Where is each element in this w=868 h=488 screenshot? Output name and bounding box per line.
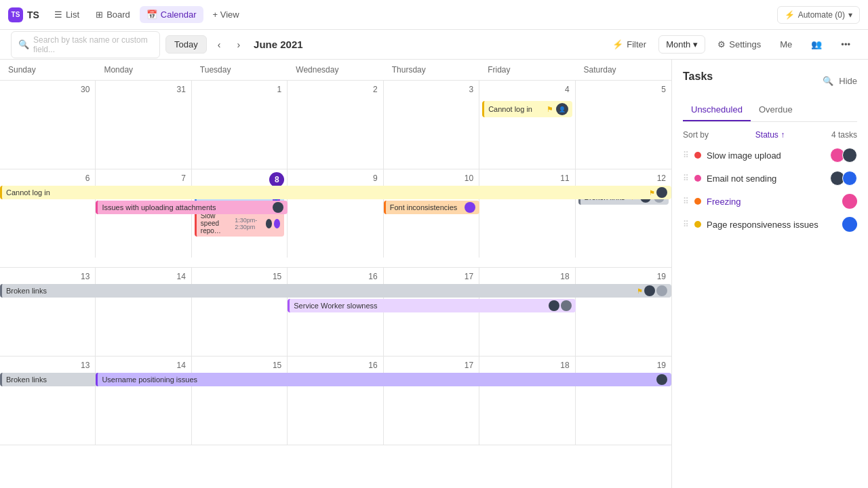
more-button[interactable]: ••• xyxy=(834,36,857,53)
cell-jun-6: 6 xyxy=(0,169,96,258)
event-label: Cannot log in xyxy=(488,105,532,113)
toolbar: 🔍 Search by task name or custom field...… xyxy=(0,30,868,60)
date-22: 15 xyxy=(195,359,284,371)
task-item-2: ⠿ Email not sending xyxy=(683,171,857,186)
prev-month-button[interactable]: ‹ xyxy=(212,37,226,53)
nav-list-label: List xyxy=(66,9,79,20)
event-avatar-bl-2 xyxy=(654,192,665,203)
event-flag-sat: ⚑ xyxy=(631,193,637,202)
task-avatars-2 xyxy=(833,171,857,186)
cell-jun-11: 11 xyxy=(479,169,575,258)
task-avatars-1 xyxy=(833,148,857,163)
drag-handle-4[interactable]: ⠿ xyxy=(683,220,689,229)
me-button[interactable]: Me xyxy=(773,36,799,53)
day-saturday: Saturday xyxy=(576,60,671,80)
automate-chevron-icon: ▾ xyxy=(848,10,852,20)
day-monday: Monday xyxy=(96,60,191,80)
calendar-header: Sunday Monday Tuesday Wednesday Thursday… xyxy=(0,60,671,81)
today-button[interactable]: Today xyxy=(165,35,207,54)
date-14: 14 xyxy=(98,270,188,283)
week-cells-1: 30 31 1 2 3 4 xyxy=(0,81,671,169)
task-dot-4 xyxy=(694,221,701,228)
next-month-button[interactable]: › xyxy=(231,37,245,53)
list-icon: ☰ xyxy=(54,9,62,20)
date-2: 2 xyxy=(290,83,380,96)
sidebar-search-icon[interactable]: 🔍 xyxy=(823,76,833,86)
event-avatar-memory: 👤 xyxy=(273,193,280,205)
event-cannot-log-in-w1[interactable]: Cannot log in ⚑ 👤 xyxy=(482,101,572,117)
nav-add-view[interactable]: + View xyxy=(206,6,246,23)
date-10: 10 xyxy=(387,172,476,184)
settings-button[interactable]: ⚙ Settings xyxy=(711,36,768,53)
task-avatar-1b xyxy=(842,148,857,163)
automate-label: Automate (0) xyxy=(798,10,845,20)
date-23: 16 xyxy=(290,359,380,371)
date-21: 14 xyxy=(98,359,188,371)
cell-jun-10: 10 xyxy=(384,169,479,258)
date-9: 9 xyxy=(290,172,380,184)
search-box[interactable]: 🔍 Search by task name or custom field... xyxy=(11,31,160,58)
drag-handle-2[interactable]: ⠿ xyxy=(683,174,689,183)
filter-button[interactable]: ⚡ Filter xyxy=(606,36,653,53)
sidebar-title: Tasks xyxy=(683,70,713,83)
event-label: Slow speed repo… xyxy=(201,212,235,235)
task-name-3[interactable]: Freezing xyxy=(707,197,837,207)
nav-calendar[interactable]: 📅 Calendar xyxy=(140,6,203,23)
week-cells-4: 13 14 15 16 17 18 xyxy=(0,357,671,445)
sidebar-hide-button[interactable]: Hide xyxy=(839,76,857,86)
drag-handle-3[interactable]: ⠿ xyxy=(683,197,689,206)
cell-jun-22: 15 xyxy=(192,357,288,445)
date-5: 5 xyxy=(578,83,669,96)
cell-jun-23: 16 xyxy=(288,357,383,445)
date-30: 30 xyxy=(3,83,92,96)
sort-label: Sort by xyxy=(683,130,709,140)
date-4: 4 xyxy=(482,83,572,96)
event-label: Possible memor… xyxy=(201,192,236,207)
gear-icon: ⚙ xyxy=(717,39,726,49)
search-icon: 🔍 xyxy=(18,39,29,49)
cell-jun-26: 19 xyxy=(576,357,671,445)
calendar-icon: 📅 xyxy=(146,9,157,20)
sort-field[interactable]: Status ↑ xyxy=(755,130,785,140)
date-19: 19 xyxy=(578,270,669,283)
cell-jun-25: 18 xyxy=(479,357,575,445)
task-dot-2 xyxy=(694,175,701,182)
app-logo: TS TS xyxy=(8,7,39,22)
cell-jun-1: 1 xyxy=(192,81,288,169)
automate-button[interactable]: ⚡ Automate (0) ▾ xyxy=(777,6,860,24)
task-avatar-4 xyxy=(842,217,857,232)
date-24: 17 xyxy=(387,359,476,371)
cell-jun-21: 14 xyxy=(96,357,191,445)
date-26: 19 xyxy=(578,359,669,371)
automate-icon: ⚡ xyxy=(785,10,795,20)
nav-calendar-label: Calendar xyxy=(161,9,197,20)
cell-jun-19: 19 xyxy=(576,268,671,356)
cell-jun-4: 4 Cannot log in ⚑ 👤 xyxy=(479,81,575,169)
current-month: June 2021 xyxy=(254,39,303,50)
task-item-1: ⠿ Slow image upload xyxy=(683,148,857,163)
filter-label: Filter xyxy=(627,39,646,49)
month-selector[interactable]: Month ▾ xyxy=(658,35,705,54)
share-button[interactable]: 👥 xyxy=(804,36,829,53)
event-broken-links-w2-sat[interactable]: Broken links ⚑ xyxy=(578,190,669,205)
tab-overdue[interactable]: Overdue xyxy=(751,99,801,121)
cell-jun-17: 17 xyxy=(384,268,479,356)
date-13: 13 xyxy=(3,270,92,283)
nav-list[interactable]: ☰ List xyxy=(47,6,86,23)
sort-row: Sort by Status ↑ 4 tasks xyxy=(683,130,857,140)
week-row-1: 30 31 1 2 3 4 xyxy=(0,81,671,169)
tab-unscheduled[interactable]: Unscheduled xyxy=(683,99,751,121)
event-slow-speed[interactable]: Slow speed repo… 1:30pm-2:30pm xyxy=(195,210,284,237)
drag-handle-1[interactable]: ⠿ xyxy=(683,150,689,160)
week-row-3: 13 14 15 16 17 18 xyxy=(0,268,671,357)
task-dot-3 xyxy=(694,198,701,205)
event-possible-memory[interactable]: Possible memor… ⬜ 8:00am-10:00am 👤 xyxy=(195,190,284,209)
cell-jun-20: 13 xyxy=(0,357,96,445)
task-avatar-2b xyxy=(842,171,857,186)
nav-board[interactable]: ⊞ Board xyxy=(89,6,137,23)
cell-jun-14: 14 xyxy=(96,268,191,356)
day-friday: Friday xyxy=(479,60,575,80)
week-row-2: 6 7 8 Possible memor… ⬜ 8:00am-10:00am xyxy=(0,169,671,268)
task-avatar-3 xyxy=(842,194,857,209)
cell-jun-3: 3 xyxy=(384,81,479,169)
